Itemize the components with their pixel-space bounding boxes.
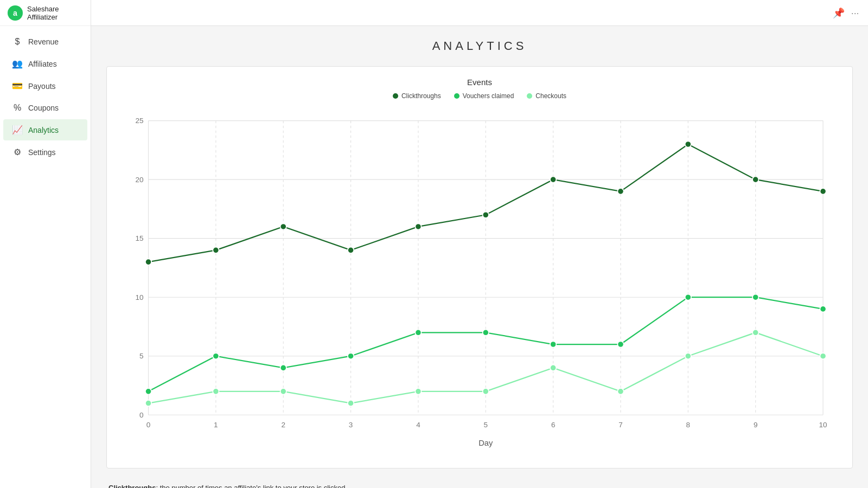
sidebar-label-analytics: Analytics	[28, 126, 59, 134]
svg-text:15: 15	[135, 234, 143, 242]
svg-point-67	[820, 353, 826, 359]
svg-point-35	[145, 259, 151, 265]
legend-label: Clickthroughs	[401, 92, 441, 100]
svg-point-50	[415, 330, 421, 336]
legend-label: Checkouts	[535, 92, 566, 100]
svg-point-49	[348, 353, 354, 359]
topbar: 📌 ···	[91, 0, 868, 26]
svg-point-45	[820, 188, 826, 194]
svg-text:2: 2	[281, 421, 285, 429]
analytics-icon: 📈	[12, 125, 23, 135]
svg-text:5: 5	[139, 352, 144, 360]
svg-point-41	[550, 176, 556, 182]
description-line: Clickthroughs: the number of times an af…	[108, 481, 851, 488]
pin-icon[interactable]: 📌	[833, 7, 845, 19]
sidebar-label-revenue: Revenue	[28, 37, 59, 46]
events-chart: 0510152025012345678910Day	[118, 108, 841, 452]
sidebar-item-affiliates[interactable]: 👥Affiliates	[3, 53, 87, 74]
sidebar-label-coupons: Coupons	[28, 104, 59, 112]
payouts-icon: 💳	[12, 81, 23, 91]
svg-point-42	[617, 188, 623, 194]
svg-point-43	[685, 141, 691, 147]
svg-text:0: 0	[146, 421, 151, 429]
svg-point-66	[752, 330, 758, 336]
app-title: Saleshare Affiliatizer	[27, 5, 83, 21]
svg-point-37	[280, 223, 286, 229]
svg-point-46	[145, 388, 151, 394]
svg-text:25: 25	[135, 117, 143, 125]
svg-point-44	[752, 176, 758, 182]
svg-point-39	[415, 223, 421, 229]
sidebar-item-settings[interactable]: ⚙Settings	[3, 142, 87, 163]
sidebar-item-payouts[interactable]: 💳Payouts	[3, 75, 87, 97]
svg-text:20: 20	[135, 176, 143, 184]
legend-item: Checkouts	[527, 92, 566, 100]
svg-text:4: 4	[416, 421, 420, 429]
legend-item: Clickthroughs	[393, 92, 441, 100]
revenue-icon: $	[12, 37, 23, 47]
svg-text:1: 1	[214, 421, 218, 429]
svg-text:9: 9	[754, 421, 758, 429]
chart-container: Events ClickthroughsVouchers claimedChec…	[106, 66, 853, 468]
svg-point-59	[280, 388, 286, 394]
description: Clickthroughs: the number of times an af…	[106, 481, 853, 488]
page-title: ANALYTICS	[106, 39, 853, 53]
sidebar-header: a Saleshare Affiliatizer	[0, 0, 91, 26]
legend-dot	[527, 93, 532, 99]
svg-text:6: 6	[551, 421, 556, 429]
svg-point-51	[483, 330, 489, 336]
svg-point-55	[752, 294, 758, 300]
sidebar-item-coupons[interactable]: %Coupons	[3, 98, 87, 118]
svg-point-54	[685, 294, 691, 300]
svg-point-64	[617, 388, 623, 394]
svg-text:8: 8	[686, 421, 691, 429]
sidebar: a Saleshare Affiliatizer $Revenue👥Affili…	[0, 0, 91, 488]
svg-point-60	[348, 400, 354, 406]
sidebar-label-payouts: Payouts	[28, 82, 56, 91]
legend-dot	[393, 93, 398, 99]
svg-point-53	[617, 341, 623, 347]
svg-text:0: 0	[139, 411, 144, 419]
sidebar-item-revenue[interactable]: $Revenue	[3, 31, 87, 52]
app-logo: a	[8, 5, 23, 21]
main-content: ANALYTICS Events ClickthroughsVouchers c…	[91, 26, 868, 488]
svg-point-58	[213, 388, 219, 394]
svg-point-56	[820, 306, 826, 312]
sidebar-item-analytics[interactable]: 📈Analytics	[3, 119, 87, 140]
svg-point-36	[213, 247, 219, 253]
legend-label: Vouchers claimed	[463, 92, 514, 100]
svg-point-61	[415, 388, 421, 394]
svg-point-38	[348, 247, 354, 253]
svg-text:3: 3	[349, 421, 353, 429]
svg-point-48	[280, 365, 286, 371]
legend-item: Vouchers claimed	[454, 92, 514, 100]
more-icon[interactable]: ···	[851, 9, 859, 17]
svg-point-65	[685, 353, 691, 359]
sidebar-label-affiliates: Affiliates	[28, 60, 57, 68]
svg-text:5: 5	[484, 421, 488, 429]
svg-point-63	[550, 365, 556, 371]
coupons-icon: %	[12, 103, 23, 113]
sidebar-label-settings: Settings	[28, 148, 56, 157]
chart-legend: ClickthroughsVouchers claimedCheckouts	[118, 92, 841, 100]
svg-point-62	[483, 388, 489, 394]
chart-title: Events	[118, 78, 841, 87]
svg-point-52	[550, 341, 556, 347]
svg-text:10: 10	[819, 421, 827, 429]
svg-text:10: 10	[135, 293, 143, 301]
svg-point-47	[213, 353, 219, 359]
svg-point-40	[483, 212, 489, 218]
chart-area: 0510152025012345678910Day	[118, 108, 841, 452]
settings-icon: ⚙	[12, 147, 23, 157]
svg-point-57	[145, 400, 151, 406]
legend-dot	[454, 93, 459, 99]
svg-text:7: 7	[618, 421, 623, 429]
svg-text:Day: Day	[478, 439, 493, 447]
affiliates-icon: 👥	[12, 59, 23, 69]
description-text: : the number of times an affiliate's lin…	[156, 484, 347, 488]
sidebar-nav: $Revenue👥Affiliates💳Payouts%Coupons📈Anal…	[0, 26, 91, 164]
description-term: Clickthroughs	[108, 484, 156, 488]
